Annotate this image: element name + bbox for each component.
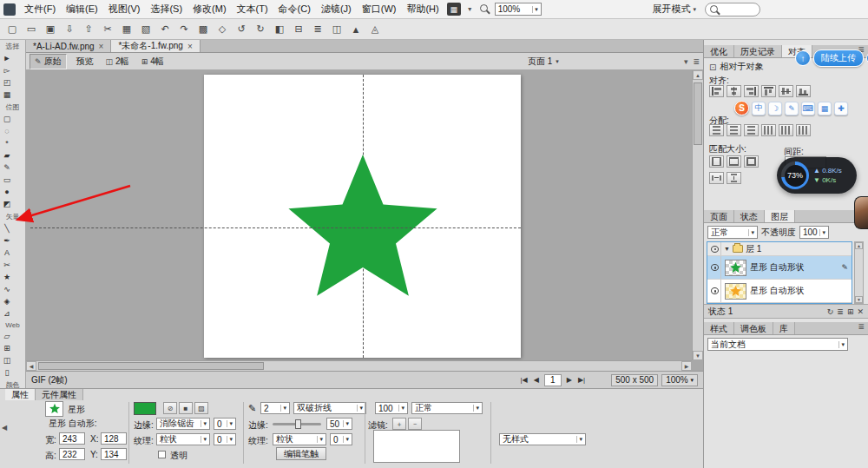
page-selector[interactable]: 页面 1 ▾ — [528, 56, 559, 68]
upload-overlay[interactable]: ↑ 陆续上传 — [795, 49, 868, 67]
object-opacity-field[interactable]: 100 ▾ — [375, 402, 408, 414]
horizontal-scrollbar[interactable]: ◀ ▶ — [26, 360, 692, 371]
knife-tool[interactable]: ✂ — [1, 259, 13, 271]
panel-tab[interactable]: 样式 — [704, 322, 734, 334]
preview-view-button[interactable]: 预览 — [69, 54, 99, 69]
fill-solid-button[interactable]: ■ — [179, 402, 193, 414]
scroll-up-button[interactable]: ▲ — [855, 242, 863, 249]
fill-texture-amount-field[interactable]: 0 ▾ — [214, 433, 236, 445]
collapse-panel-button[interactable]: ◀ — [2, 424, 7, 432]
hide-slices-tool[interactable]: ◫ — [1, 354, 13, 366]
align-vcenter-icon[interactable] — [779, 85, 793, 97]
visibility-toggle[interactable] — [709, 242, 721, 255]
match-width-icon[interactable] — [709, 155, 724, 168]
canvas[interactable] — [204, 75, 521, 358]
network-speed-widget[interactable]: 73% ▲ 0.8K/s ▼ 0K/s — [777, 157, 857, 194]
document-tab[interactable]: *未命名-1.fw.png × — [111, 40, 200, 52]
stroke-category-dropdown[interactable]: 双破折线 ▾ — [293, 402, 366, 414]
upload-status-label[interactable]: 陆续上传 — [813, 49, 864, 67]
edit-stroke-button[interactable]: 编辑笔触 — [276, 447, 326, 460]
upload-cloud-icon[interactable]: ↑ — [795, 50, 811, 66]
match-both-icon[interactable] — [744, 155, 759, 168]
subselection-tool[interactable]: ▻ — [1, 64, 13, 76]
show-slices-tool[interactable]: ▯ — [1, 366, 13, 379]
star-shape-tool[interactable]: ★ — [1, 271, 13, 283]
undo-icon[interactable]: ↶ — [156, 21, 174, 37]
menu-item[interactable]: 帮助(H) — [401, 1, 444, 16]
slider-thumb[interactable] — [295, 419, 301, 429]
stroke-pencil-icon[interactable]: ✎ — [248, 403, 256, 414]
layers-scrollbar[interactable]: ▲ ▼ — [854, 241, 864, 304]
handwriting-icon[interactable]: ✎ — [785, 102, 799, 115]
space-vertical-icon[interactable] — [727, 172, 741, 184]
object-blend-mode-dropdown[interactable]: 正常 ▾ — [411, 402, 483, 414]
toolbox-icon[interactable]: ▦ — [818, 102, 832, 115]
filters-list[interactable] — [373, 430, 460, 463]
next-state-button[interactable]: ▶ — [565, 376, 574, 384]
visibility-toggle[interactable] — [709, 256, 721, 279]
align-hcenter-icon[interactable] — [727, 85, 741, 97]
close-icon[interactable]: × — [187, 42, 193, 51]
flip-horizontal-icon[interactable]: ◧ — [271, 21, 288, 37]
space-horizontal-icon[interactable] — [709, 172, 724, 184]
scroll-right-button[interactable]: ▶ — [681, 361, 692, 371]
scale-tool[interactable]: ◰ — [1, 76, 13, 89]
fill-none-button[interactable]: ⊘ — [163, 402, 177, 414]
align-icon[interactable]: ≣ — [309, 21, 326, 37]
dropdown-icon[interactable]: ▼ — [467, 6, 473, 12]
transparent-checkbox[interactable] — [158, 451, 166, 458]
hotspot-tool[interactable]: ▱ — [1, 330, 13, 342]
match-height-icon[interactable] — [727, 155, 741, 168]
arrange-icon[interactable]: ◬ — [366, 21, 384, 37]
first-state-button[interactable]: |◀ — [518, 376, 529, 384]
zoom-indicator[interactable]: 100% ▾ — [661, 374, 698, 386]
search-input[interactable] — [720, 4, 755, 14]
panel-tab[interactable]: 状态 — [734, 210, 765, 222]
opacity-field[interactable]: 100 ▾ — [799, 226, 829, 239]
two-up-view-button[interactable]: ◫ 2幅 — [101, 54, 135, 69]
rubber-stamp-tool[interactable]: ◩ — [1, 198, 13, 210]
style-dropdown[interactable]: 无样式 ▾ — [499, 433, 586, 445]
magic-wand-tool[interactable]: * — [1, 137, 13, 149]
text-tool[interactable]: A — [1, 247, 13, 259]
zoom-search-icon[interactable] — [480, 4, 488, 14]
panel-tab[interactable]: 库 — [773, 322, 795, 334]
scroll-left-button[interactable]: ◀ — [26, 361, 36, 371]
blend-mode-dropdown[interactable]: 正常 ▾ — [707, 226, 758, 239]
align-bottom-icon[interactable] — [796, 85, 811, 97]
stroke-texture-dropdown[interactable]: 粒状 ▾ — [273, 433, 326, 445]
group-icon[interactable]: ◫ — [328, 21, 345, 37]
y-field[interactable]: 134 — [101, 448, 127, 460]
stroke-texture-amount-field[interactable]: 0 ▾ — [330, 433, 352, 445]
fill-color-well[interactable] — [134, 402, 156, 415]
remove-filter-button[interactable]: － — [408, 418, 422, 430]
zoom-level-combo[interactable]: 100% ▾ — [495, 3, 542, 16]
scrollbar-thumb[interactable] — [38, 362, 264, 370]
state-options-icon[interactable]: ≣ — [837, 307, 844, 316]
distribute-center-icon[interactable] — [779, 124, 793, 136]
paste-icon[interactable]: ▧ — [137, 21, 155, 37]
export-icon[interactable]: ⇧ — [80, 21, 97, 37]
fill-edge-amount-field[interactable]: 0 ▾ — [214, 418, 236, 430]
slice-tool[interactable]: ⊞ — [1, 342, 13, 354]
blur-tool[interactable]: ● — [1, 186, 13, 198]
new-document-icon[interactable]: ▢ — [3, 21, 21, 37]
panel-tab[interactable]: 优化 — [704, 45, 734, 57]
document-window-icon[interactable]: ▦ — [447, 3, 461, 16]
panel-tab[interactable]: 图层 — [765, 210, 795, 222]
x-field[interactable]: 128 — [101, 432, 127, 445]
rotate-ccw-icon[interactable]: ↺ — [233, 21, 250, 37]
sogou-logo-icon[interactable]: S — [734, 101, 749, 115]
save-icon[interactable]: ▣ — [42, 21, 59, 37]
rotate-cw-icon[interactable]: ↻ — [252, 21, 269, 37]
panel-tab[interactable]: 页面 — [704, 210, 734, 222]
import-icon[interactable]: ⇩ — [61, 21, 78, 37]
shape-tool[interactable]: ◈ — [1, 295, 13, 307]
vertical-scrollbar[interactable]: ▲ ▼ — [692, 70, 703, 360]
crop-icon[interactable]: ▩ — [194, 21, 212, 37]
night-mode-icon[interactable]: ☽ — [768, 102, 782, 115]
layer-folder-row[interactable]: ▼ 层 1 — [707, 242, 852, 256]
menu-item[interactable]: 滤镜(J) — [316, 1, 357, 16]
panel-tab[interactable]: 调色板 — [734, 322, 773, 334]
pencil-tool[interactable]: ✎ — [1, 161, 13, 174]
